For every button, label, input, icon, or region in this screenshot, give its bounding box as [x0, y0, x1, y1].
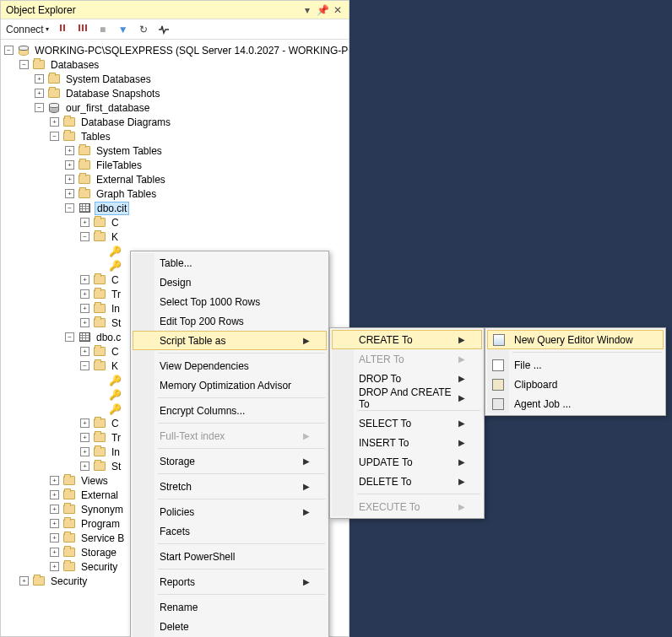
exttables-node[interactable]: +External Tables: [1, 172, 349, 186]
pin-icon[interactable]: 📌: [317, 4, 328, 16]
stop-icon[interactable]: ■: [96, 23, 110, 36]
expand-icon[interactable]: +: [65, 189, 74, 198]
menu-table[interactable]: Table...: [133, 253, 327, 273]
menu-stretch[interactable]: Stretch▶: [133, 477, 327, 496]
menu-label: DROP To: [359, 373, 401, 385]
disconnect-icon[interactable]: [56, 23, 69, 36]
submenu-arrow-icon: ▶: [458, 393, 465, 402]
dropdown-icon[interactable]: ▾: [301, 4, 313, 16]
collapse-icon[interactable]: −: [35, 103, 44, 112]
collapse-icon[interactable]: −: [80, 361, 89, 370]
expand-icon[interactable]: +: [80, 418, 89, 428]
graphtables-node[interactable]: +Graph Tables: [1, 186, 349, 201]
menu-select-top[interactable]: Select Top 1000 Rows: [133, 292, 327, 311]
server-icon: [17, 45, 30, 57]
close-icon[interactable]: ✕: [332, 4, 344, 16]
graphtables-label: Graph Tables: [95, 188, 158, 200]
panel-header: Object Explorer ▾ 📌 ✕: [1, 1, 349, 19]
expand-icon[interactable]: +: [65, 175, 74, 184]
snapshots-node[interactable]: +Database Snapshots: [1, 86, 349, 100]
expand-icon[interactable]: +: [80, 433, 89, 442]
expand-icon[interactable]: +: [80, 347, 89, 356]
keys-node[interactable]: −K: [1, 229, 349, 244]
menu-delete-to[interactable]: DELETE To▶: [332, 472, 482, 491]
collapse-icon[interactable]: −: [80, 232, 89, 241]
expand-icon[interactable]: +: [50, 533, 59, 543]
folder-icon: [93, 217, 106, 229]
folder-icon: [62, 561, 76, 573]
col-node[interactable]: +C: [1, 215, 349, 229]
submenu-arrow-icon: ▶: [458, 438, 465, 447]
disconnect2-icon[interactable]: [76, 23, 89, 36]
collapse-icon[interactable]: −: [19, 60, 29, 69]
menu-label: Design: [160, 277, 191, 289]
menu-create-to[interactable]: CREATE To▶: [332, 330, 482, 349]
expand-icon[interactable]: +: [80, 289, 89, 299]
expand-icon[interactable]: +: [19, 576, 29, 586]
menu-clipboard[interactable]: Clipboard: [487, 375, 664, 394]
expand-icon[interactable]: +: [50, 548, 59, 557]
expand-icon[interactable]: +: [50, 490, 59, 499]
collapse-icon[interactable]: −: [50, 132, 59, 141]
submenu-arrow-icon: ▶: [303, 507, 310, 516]
menu-new-query-window[interactable]: New Query Editor Window: [487, 330, 664, 349]
table1-node[interactable]: −dbo.cit: [1, 201, 349, 215]
menu-agent-job[interactable]: Agent Job ...: [487, 394, 664, 413]
collapse-icon[interactable]: −: [4, 46, 14, 55]
submenu-arrow-icon: ▶: [303, 577, 310, 586]
systables-node[interactable]: +System Tables: [1, 143, 349, 158]
expand-icon[interactable]: +: [80, 318, 89, 327]
pulse-icon[interactable]: [157, 23, 171, 36]
connect-label: Connect: [6, 24, 44, 35]
refresh-icon[interactable]: ↻: [137, 23, 150, 36]
filetables-node[interactable]: +FileTables: [1, 158, 349, 172]
databases-label: Databases: [49, 59, 100, 71]
menu-rename[interactable]: Rename: [133, 597, 327, 617]
expand-icon[interactable]: +: [35, 74, 44, 84]
menu-drop-create-to[interactable]: DROP And CREATE To▶: [332, 388, 482, 408]
expand-icon[interactable]: +: [80, 462, 89, 471]
menu-design[interactable]: Design: [133, 273, 327, 292]
menu-storage[interactable]: Storage▶: [133, 451, 327, 471]
svg-rect-4: [85, 24, 87, 31]
menu-label: Start PowerShell: [160, 551, 235, 563]
menu-memory-advisor[interactable]: Memory Optimization Advisor: [133, 375, 327, 395]
security-label: Security: [79, 561, 119, 573]
expand-icon[interactable]: +: [65, 146, 74, 155]
menu-insert-to[interactable]: INSERT To▶: [332, 433, 482, 452]
expand-icon[interactable]: +: [50, 562, 59, 571]
connect-button[interactable]: Connect ▾: [6, 24, 49, 35]
tables-node[interactable]: −Tables: [1, 129, 349, 143]
filter-icon[interactable]: ▼: [117, 23, 130, 36]
menu-reports[interactable]: Reports▶: [133, 572, 327, 591]
menu-select-to[interactable]: SELECT To▶: [332, 413, 482, 433]
stats-label: St: [110, 461, 122, 472]
diagrams-node[interactable]: +Database Diagrams: [1, 115, 349, 129]
expand-icon[interactable]: +: [50, 519, 59, 528]
userdb-node[interactable]: −our_first_database: [1, 100, 349, 115]
expand-icon[interactable]: +: [65, 160, 74, 170]
menu-update-to[interactable]: UPDATE To▶: [332, 452, 482, 472]
expand-icon[interactable]: +: [80, 304, 89, 313]
menu-delete[interactable]: Delete: [133, 617, 327, 636]
menu-policies[interactable]: Policies▶: [133, 502, 327, 521]
menu-encrypt-columns[interactable]: Encrypt Columns...: [133, 401, 327, 420]
sysdb-node[interactable]: +System Databases: [1, 72, 349, 86]
expand-icon[interactable]: +: [80, 447, 89, 456]
menu-view-dependencies[interactable]: View Dependencies: [133, 356, 327, 375]
server-node[interactable]: −WORKING-PC\SQLEXPRESS (SQL Server 14.0.…: [1, 43, 349, 57]
expand-icon[interactable]: +: [80, 275, 89, 284]
expand-icon[interactable]: +: [50, 476, 59, 485]
collapse-icon[interactable]: −: [65, 203, 74, 213]
expand-icon[interactable]: +: [80, 218, 89, 227]
menu-file[interactable]: File ...: [487, 355, 664, 375]
menu-powershell[interactable]: Start PowerShell: [133, 547, 327, 566]
collapse-icon[interactable]: −: [65, 332, 74, 342]
expand-icon[interactable]: +: [35, 89, 44, 98]
expand-icon[interactable]: +: [50, 505, 59, 514]
databases-node[interactable]: −Databases: [1, 57, 349, 72]
menu-script-table-as[interactable]: Script Table as▶: [133, 331, 327, 350]
menu-edit-top[interactable]: Edit Top 200 Rows: [133, 311, 327, 331]
menu-facets[interactable]: Facets: [133, 521, 327, 541]
expand-icon[interactable]: +: [50, 117, 59, 127]
